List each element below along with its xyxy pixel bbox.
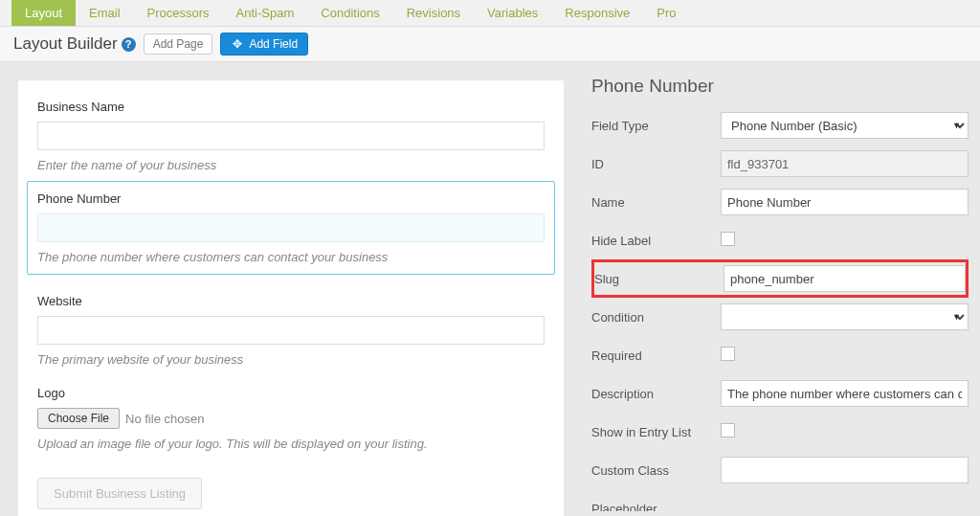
setting-label: Placeholder bbox=[591, 502, 721, 512]
slug-input[interactable] bbox=[724, 265, 966, 292]
setting-required: Required bbox=[591, 342, 969, 369]
tab-email[interactable]: Email bbox=[76, 0, 134, 26]
setting-id: ID bbox=[591, 150, 969, 177]
layout-builder-toolbar: Layout Builder ? Add Page ✥ Add Field bbox=[0, 27, 980, 62]
setting-hide-label: Hide Label bbox=[591, 227, 969, 254]
field-business-name[interactable]: Business Name Enter the name of your bus… bbox=[37, 100, 545, 172]
setting-label: Hide Label bbox=[591, 234, 721, 248]
setting-placeholder: Placeholder bbox=[591, 495, 969, 511]
add-page-button[interactable]: Add Page bbox=[144, 34, 213, 55]
move-icon: ✥ bbox=[231, 37, 244, 51]
description-input[interactable] bbox=[721, 380, 969, 407]
page-title-text: Layout Builder bbox=[13, 34, 118, 54]
field-settings-panel: Phone Number Field Type Phone Number (Ba… bbox=[582, 62, 980, 511]
page-title: Layout Builder ? bbox=[13, 34, 136, 54]
setting-label: Description bbox=[591, 387, 721, 401]
show-in-entry-checkbox[interactable] bbox=[721, 423, 735, 437]
id-input bbox=[721, 150, 969, 177]
add-field-label: Add Field bbox=[249, 37, 298, 51]
field-phone-number[interactable]: Phone Number The phone number where cust… bbox=[27, 181, 555, 275]
field-label: Business Name bbox=[37, 100, 545, 114]
add-field-button[interactable]: ✥ Add Field bbox=[220, 33, 308, 56]
choose-file-button[interactable]: Choose File bbox=[37, 408, 120, 429]
tab-layout[interactable]: Layout bbox=[11, 0, 76, 26]
field-label: Logo bbox=[37, 386, 545, 400]
file-status: No file chosen bbox=[125, 412, 204, 426]
submit-button[interactable]: Submit Business Listing bbox=[37, 478, 202, 509]
setting-label: Condition bbox=[591, 310, 721, 325]
tab-responsive[interactable]: Responsive bbox=[551, 0, 643, 26]
panel-title: Phone Number bbox=[591, 76, 969, 97]
tab-pro[interactable]: Pro bbox=[643, 0, 689, 26]
tab-revisions[interactable]: Revisions bbox=[393, 0, 474, 26]
field-label: Website bbox=[37, 294, 545, 308]
setting-slug: Slug bbox=[594, 265, 966, 292]
setting-description: Description bbox=[591, 380, 969, 407]
setting-label: Name bbox=[591, 195, 721, 210]
field-input-business-name[interactable] bbox=[37, 122, 545, 150]
name-input[interactable] bbox=[721, 189, 969, 215]
setting-custom-class: Custom Class bbox=[591, 457, 969, 483]
tab-anti-spam[interactable]: Anti-Spam bbox=[223, 0, 308, 26]
tab-variables[interactable]: Variables bbox=[474, 0, 551, 26]
setting-field-type: Field Type Phone Number (Basic) bbox=[591, 112, 969, 139]
custom-class-input[interactable] bbox=[721, 457, 969, 483]
setting-label: Show in Entry List bbox=[591, 425, 721, 439]
field-logo[interactable]: Logo Choose File No file chosen Upload a… bbox=[37, 386, 545, 451]
file-row: Choose File No file chosen bbox=[37, 408, 545, 429]
field-help: Enter the name of your business bbox=[37, 158, 545, 172]
workspace: Business Name Enter the name of your bus… bbox=[0, 62, 980, 511]
field-input-website[interactable] bbox=[37, 316, 545, 345]
field-help: The primary website of your business bbox=[37, 352, 545, 367]
slug-highlight: Slug bbox=[591, 259, 969, 298]
setting-label: Field Type bbox=[591, 119, 721, 133]
setting-label: Slug bbox=[594, 272, 724, 286]
help-icon[interactable]: ? bbox=[122, 37, 136, 52]
setting-show-in-entry: Show in Entry List bbox=[591, 418, 969, 445]
setting-name: Name bbox=[591, 189, 969, 215]
setting-label: Custom Class bbox=[591, 463, 721, 478]
field-type-select[interactable]: Phone Number (Basic) bbox=[721, 112, 969, 139]
field-help: Upload an image file of your logo. This … bbox=[37, 437, 545, 451]
tab-bar: Layout Email Processors Anti-Spam Condit… bbox=[0, 0, 980, 27]
setting-label: Required bbox=[591, 348, 721, 363]
field-website[interactable]: Website The primary website of your busi… bbox=[37, 294, 545, 367]
setting-condition: Condition bbox=[591, 303, 969, 330]
hide-label-checkbox[interactable] bbox=[721, 232, 735, 246]
field-help: The phone number where customers can con… bbox=[37, 250, 545, 264]
required-checkbox[interactable] bbox=[721, 347, 735, 361]
condition-select[interactable] bbox=[721, 303, 969, 330]
form-preview-panel: Business Name Enter the name of your bus… bbox=[0, 62, 582, 511]
tab-processors[interactable]: Processors bbox=[134, 0, 223, 26]
tab-conditions[interactable]: Conditions bbox=[307, 0, 392, 26]
setting-label: ID bbox=[591, 157, 721, 171]
field-input-phone-number[interactable] bbox=[37, 213, 545, 242]
form-card: Business Name Enter the name of your bus… bbox=[17, 79, 565, 516]
field-label: Phone Number bbox=[37, 191, 545, 206]
